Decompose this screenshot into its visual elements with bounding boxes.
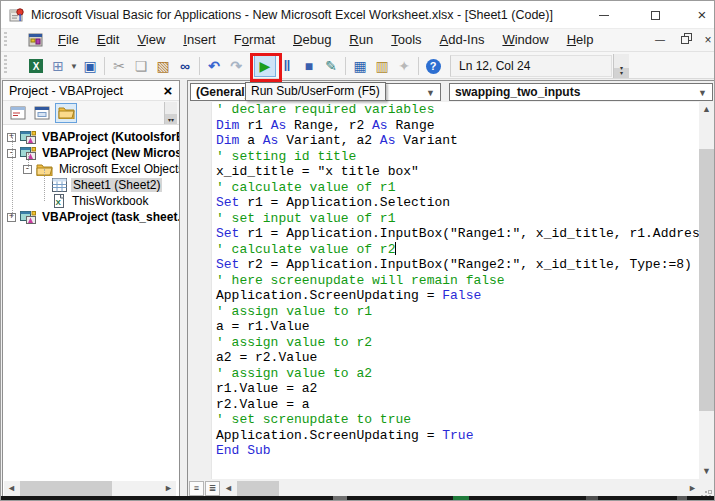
paste-icon[interactable]: ▧: [152, 55, 174, 77]
code-line: Set r1 = Application.InputBox("Range1:",…: [212, 226, 701, 242]
menu-file[interactable]: File: [49, 29, 88, 51]
menu-tools[interactable]: Tools: [382, 29, 430, 51]
tree-item-label[interactable]: VBAProject (task_sheet.xls: [40, 210, 179, 224]
tree-item[interactable]: -VBAProject (New Microsoft: [7, 145, 179, 161]
code-line: ' declare required variables: [212, 102, 701, 118]
vba-project-icon: [20, 130, 36, 144]
vba-project-icon: [20, 210, 36, 224]
menu-edit[interactable]: Edit: [88, 29, 128, 51]
insert-userform-icon[interactable]: ⊞: [47, 55, 69, 77]
scroll-down-icon[interactable]: ▼: [699, 464, 714, 479]
design-mode-icon[interactable]: ✎: [320, 55, 342, 77]
toolbar-separator: [345, 57, 346, 75]
tree-item[interactable]: Sheet1 (Sheet2): [39, 177, 162, 193]
help-icon: ?: [426, 59, 441, 74]
run-icon[interactable]: ▶: [254, 55, 276, 77]
scroll-right-icon[interactable]: ►: [161, 481, 176, 496]
procedure-view-button[interactable]: ≡: [189, 481, 204, 496]
code-line: ' calculate value of r2: [212, 242, 701, 258]
dropdown-arrow-icon[interactable]: ▼: [69, 55, 79, 77]
code-editor[interactable]: ' declare required variablesDim r1 As Ra…: [212, 102, 701, 479]
view-excel-icon[interactable]: X: [25, 55, 47, 77]
scroll-left-icon[interactable]: ◄: [221, 481, 236, 496]
taskbar-sliver: [1, 496, 715, 500]
scrollbar-thumb[interactable]: [699, 149, 714, 411]
close-icon[interactable]: ×: [685, 1, 715, 29]
workbook-icon: X: [52, 194, 66, 208]
mdi-close-icon[interactable]: ×: [699, 31, 715, 49]
scroll-right-icon[interactable]: ►: [685, 481, 700, 496]
code-line: Application.ScreenUpdating = True: [212, 428, 701, 444]
toolbar-items: X⊞▼▣✂❏▧∞↶↷▶‖■✎▦▥✦?Ln 12, Col 24▾▾: [25, 54, 629, 78]
code-line: ' calculate value of r1: [212, 180, 701, 196]
tree-item[interactable]: XThisWorkbook: [39, 193, 150, 209]
procedure-dropdown[interactable]: swapping_two_inputs ▼: [449, 83, 713, 101]
tree-item-label[interactable]: VBAProject (New Microsoft: [40, 146, 179, 160]
undo-icon[interactable]: ↶: [203, 55, 225, 77]
tree-connector: [28, 153, 29, 169]
toggle-folders-icon[interactable]: [55, 103, 77, 123]
worksheet-icon: [52, 178, 67, 192]
toolbar-grip[interactable]: [4, 55, 7, 75]
view-code-icon[interactable]: [7, 103, 29, 123]
tree-item[interactable]: +VBAProject (KutoolsforExce: [7, 129, 179, 145]
menu-help[interactable]: Help: [558, 29, 603, 51]
mdi-minimize-icon[interactable]: —: [651, 31, 669, 49]
project-panel-close-icon[interactable]: ×: [159, 81, 177, 101]
save-icon[interactable]: ▣: [79, 55, 101, 77]
break-icon[interactable]: ‖: [276, 55, 298, 77]
scrollbar-thumb[interactable]: [20, 481, 112, 496]
resize-grip[interactable]: [700, 481, 714, 496]
code-line: End Sub: [212, 443, 701, 459]
tree-item-label[interactable]: Sheet1 (Sheet2): [71, 178, 162, 192]
minimize-icon[interactable]: [587, 1, 621, 29]
code-line: Set r1 = Application.Selection: [212, 195, 701, 211]
toolbar-grip[interactable]: [4, 32, 7, 48]
mdi-restore-icon[interactable]: [677, 31, 695, 49]
scrollbar-thumb[interactable]: [237, 481, 279, 496]
code-line: Set r2 = Application.InputBox("Range2:",…: [212, 257, 701, 273]
project-explorer-icon[interactable]: ▦: [349, 55, 371, 77]
project-tree[interactable]: +VBAProject (KutoolsforExce-VBAProject (…: [3, 126, 179, 479]
code-line: ' assign value to r2: [212, 335, 701, 351]
code-line: ' here screenupdate will remain false: [212, 273, 701, 289]
tree-item-label[interactable]: Microsoft Excel Objects: [57, 162, 179, 176]
menu-window[interactable]: Window: [493, 29, 557, 51]
code-line: a2 = r2.Value: [212, 350, 701, 366]
reset-icon[interactable]: ■: [298, 55, 320, 77]
help-button[interactable]: ?: [422, 55, 444, 77]
code-line: Dim r1 As Range, r2 As Range: [212, 118, 701, 134]
cut-icon: ✂: [108, 55, 130, 77]
find-icon[interactable]: ∞: [174, 55, 196, 77]
project-horizontal-scrollbar[interactable]: ◄ ►: [4, 481, 176, 496]
tree-item[interactable]: -Microsoft Excel Objects: [23, 161, 179, 177]
view-object-icon[interactable]: [31, 103, 53, 123]
tree-item-label[interactable]: ThisWorkbook: [70, 194, 150, 208]
code-line: Application.ScreenUpdating = False: [212, 288, 701, 304]
project-panel-header: Project - VBAProject ×: [3, 81, 179, 101]
full-module-view-button[interactable]: ≣: [205, 481, 220, 496]
code-horizontal-scrollbar[interactable]: ◄ ►: [221, 481, 700, 496]
tree-item-label[interactable]: VBAProject (KutoolsforExce: [40, 130, 179, 144]
code-line: x_id_title = "x title box": [212, 164, 701, 180]
menu-run[interactable]: Run: [340, 29, 382, 51]
tree-item[interactable]: +VBAProject (task_sheet.xls: [7, 209, 179, 225]
menu-debug[interactable]: Debug: [284, 29, 340, 51]
scroll-left-icon[interactable]: ◄: [4, 481, 19, 496]
window-title: Microsoft Visual Basic for Applications …: [31, 1, 553, 29]
maximize-icon[interactable]: [638, 1, 672, 29]
menu-add-ins[interactable]: Add-Ins: [431, 29, 494, 51]
scroll-up-icon[interactable]: ▲: [699, 102, 714, 117]
toolbar-overflow-scroll[interactable]: ▾▾: [613, 54, 629, 78]
cursor-position-label: Ln 12, Col 24: [450, 55, 612, 77]
menu-view[interactable]: View: [128, 29, 174, 51]
project-explorer-panel: Project - VBAProject × ▾▾ +VBAProject (K…: [2, 80, 180, 498]
toolbar-separator: [104, 57, 105, 75]
menu-format[interactable]: Format: [225, 29, 284, 51]
menu-bar: FileEditViewInsertFormatDebugRunToolsAdd…: [1, 29, 715, 51]
properties-window-icon[interactable]: ▥: [371, 55, 393, 77]
panel-overflow-scroll[interactable]: ▾▾: [164, 102, 177, 124]
code-vertical-scrollbar[interactable]: ▲ ▼: [699, 102, 714, 479]
menu-insert[interactable]: Insert: [174, 29, 225, 51]
toolbox-icon: ✦: [393, 55, 415, 77]
